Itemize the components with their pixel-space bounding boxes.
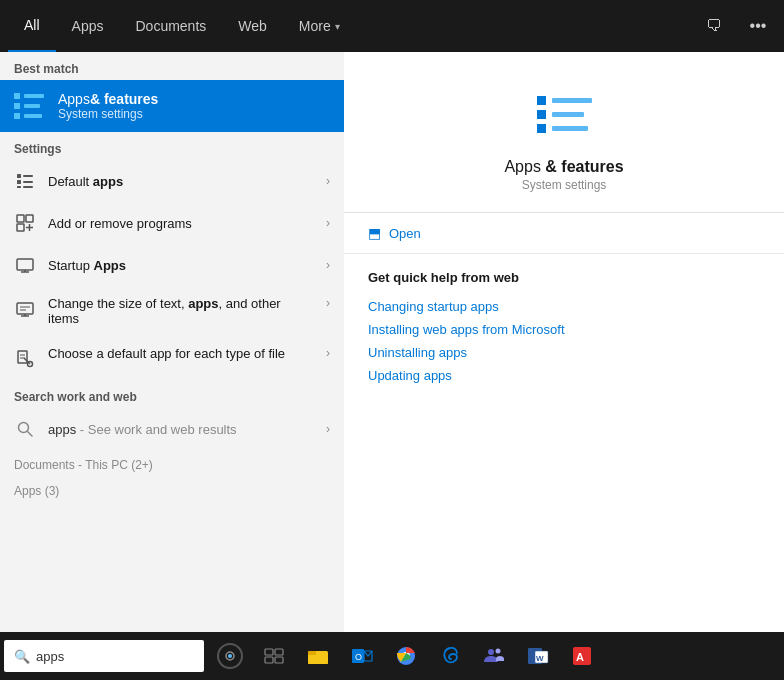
- left-panel: Best match Apps& features System setting…: [0, 52, 344, 660]
- quick-help-title: Get quick help from web: [368, 270, 760, 285]
- main-area: Best match Apps& features System setting…: [0, 52, 784, 660]
- documents-label: Documents - This PC (2+): [0, 450, 344, 476]
- search-web-icon: [14, 418, 36, 440]
- change-size-icon: [14, 298, 36, 320]
- ellipsis-icon: •••: [750, 17, 767, 35]
- help-link-0[interactable]: Changing startup apps: [368, 295, 760, 318]
- svg-rect-11: [17, 259, 33, 270]
- settings-item-startup[interactable]: Startup Apps ›: [0, 244, 344, 286]
- svg-text:A: A: [576, 651, 584, 663]
- tab-documents[interactable]: Documents: [119, 0, 222, 52]
- chrome-icon: [395, 645, 417, 667]
- search-web-label: Search work and web: [0, 380, 344, 408]
- word-icon: W: [527, 645, 549, 667]
- open-button[interactable]: ⬒ Open: [368, 225, 760, 241]
- svg-rect-14: [17, 303, 33, 314]
- outlook-button[interactable]: O: [340, 634, 384, 678]
- edge-button[interactable]: [428, 634, 472, 678]
- startup-icon: [14, 254, 36, 276]
- svg-rect-5: [23, 186, 33, 188]
- svg-rect-8: [17, 224, 24, 231]
- taskbar-search-text: apps: [36, 649, 64, 664]
- svg-rect-1: [23, 175, 33, 177]
- taskbar-search-box[interactable]: 🔍 apps: [4, 640, 204, 672]
- settings-section-label: Settings: [0, 132, 344, 160]
- settings-item-change-size[interactable]: Change the size of text, apps, and other…: [0, 286, 344, 336]
- open-row: ⬒ Open: [344, 213, 784, 254]
- svg-point-26: [228, 654, 232, 658]
- teams-button[interactable]: [472, 634, 516, 678]
- task-view-button[interactable]: [252, 634, 296, 678]
- tab-apps[interactable]: Apps: [56, 0, 120, 52]
- svg-rect-2: [17, 180, 21, 184]
- best-match-label: Best match: [0, 52, 344, 80]
- default-apps-text: Default apps: [48, 174, 314, 189]
- acrobat-button[interactable]: A: [560, 634, 604, 678]
- best-match-item[interactable]: Apps& features System settings: [0, 80, 344, 132]
- svg-line-24: [28, 432, 33, 437]
- svg-rect-27: [265, 649, 273, 655]
- change-size-text: Change the size of text, apps, and other…: [48, 296, 314, 326]
- default-apps-icon: [14, 170, 36, 192]
- file-explorer-icon: [307, 646, 329, 666]
- svg-rect-29: [265, 657, 273, 663]
- settings-item-default-apps[interactable]: Default apps ›: [0, 160, 344, 202]
- startup-text: Startup Apps: [48, 258, 314, 273]
- settings-item-add-remove[interactable]: Add or remove programs ›: [0, 202, 344, 244]
- nav-right-icons: 🗨 •••: [696, 8, 776, 44]
- file-explorer-button[interactable]: [296, 634, 340, 678]
- right-app-title: Apps & features: [504, 158, 623, 176]
- change-size-chevron-icon: ›: [326, 296, 330, 310]
- more-chevron-icon: ▾: [335, 21, 340, 32]
- app-icon-large: [532, 82, 596, 146]
- add-remove-chevron-icon: ›: [326, 216, 330, 230]
- search-web-text: apps - See work and web results: [48, 422, 314, 437]
- best-match-subtitle: System settings: [58, 107, 330, 121]
- help-link-2[interactable]: Uninstalling apps: [368, 341, 760, 364]
- apps-features-icon: [14, 90, 46, 122]
- tab-more[interactable]: More ▾: [283, 0, 356, 52]
- default-file-icon: [14, 348, 36, 370]
- help-link-1[interactable]: Installing web apps from Microsoft: [368, 318, 760, 341]
- add-remove-text: Add or remove programs: [48, 216, 314, 231]
- task-view-icon: [264, 648, 284, 664]
- svg-rect-4: [17, 186, 21, 188]
- settings-item-default-file[interactable]: Choose a default app for each type of fi…: [0, 336, 344, 380]
- startup-chevron-icon: ›: [326, 258, 330, 272]
- svg-rect-7: [26, 215, 33, 222]
- svg-point-39: [488, 649, 494, 655]
- chrome-button[interactable]: [384, 634, 428, 678]
- teams-icon: [483, 645, 505, 667]
- search-web-item[interactable]: apps - See work and web results ›: [0, 408, 344, 450]
- overflow-menu-btn[interactable]: •••: [740, 8, 776, 44]
- search-web-chevron-icon: ›: [326, 422, 330, 436]
- help-link-3[interactable]: Updating apps: [368, 364, 760, 387]
- default-apps-chevron-icon: ›: [326, 174, 330, 188]
- svg-rect-3: [23, 181, 33, 183]
- taskbar-search-icon: 🔍: [14, 649, 30, 664]
- cortana-icon: [217, 643, 243, 669]
- apps-section-label: Apps (3): [0, 476, 344, 502]
- svg-rect-33: [308, 651, 316, 655]
- default-file-text: Choose a default app for each type of fi…: [48, 346, 314, 361]
- chat-icon-btn[interactable]: 🗨: [696, 8, 732, 44]
- right-app-subtitle: System settings: [522, 178, 607, 192]
- default-file-chevron-icon: ›: [326, 346, 330, 360]
- taskbar: 🔍 apps O: [0, 632, 784, 680]
- right-panel-top: Apps & features System settings: [344, 52, 784, 213]
- svg-text:W: W: [536, 654, 544, 663]
- top-nav: All Apps Documents Web More ▾ 🗨 •••: [0, 0, 784, 52]
- word-button[interactable]: W: [516, 634, 560, 678]
- svg-rect-30: [275, 657, 283, 663]
- svg-rect-6: [17, 215, 24, 222]
- tab-web[interactable]: Web: [222, 0, 283, 52]
- edge-icon: [439, 645, 461, 667]
- svg-rect-19: [18, 351, 27, 363]
- tab-all[interactable]: All: [8, 0, 56, 52]
- svg-rect-0: [17, 174, 21, 178]
- cortana-button[interactable]: [208, 634, 252, 678]
- svg-text:O: O: [355, 652, 362, 662]
- chat-icon: 🗨: [706, 17, 722, 35]
- add-remove-icon: [14, 212, 36, 234]
- open-icon: ⬒: [368, 225, 381, 241]
